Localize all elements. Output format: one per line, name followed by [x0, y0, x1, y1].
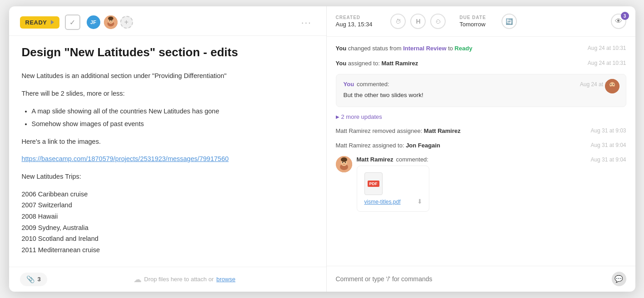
task-modal: READY ✓ JF: [9, 6, 635, 291]
cloud-icon: ☁: [133, 274, 142, 284]
svg-point-15: [344, 162, 345, 163]
status-from: Internal Review: [403, 45, 446, 52]
right-panel: CREATED Aug 13, 15:34 ⏱ H ⏲ DUE DATE Tom…: [327, 6, 635, 291]
task-content: Design "New Latitudes" section - edits N…: [9, 36, 326, 266]
left-header: READY ✓ JF: [9, 6, 326, 36]
send-icon: 💬: [615, 275, 623, 283]
matt-face-svg: [104, 15, 118, 29]
created-meta: CREATED Aug 13, 15:34: [336, 15, 373, 28]
comment-input[interactable]: [336, 275, 607, 283]
assignee-avatars: JF: [86, 15, 133, 30]
status-to: Ready: [455, 45, 472, 52]
header-icons: ⏱ H ⏲: [390, 14, 446, 29]
svg-point-16: [341, 157, 347, 162]
activity-text-3: Matt Ramirez removed assignee:: [336, 127, 424, 134]
check-button[interactable]: ✓: [65, 15, 80, 30]
commenter-avatar: [605, 79, 619, 93]
ready-button[interactable]: READY: [20, 16, 59, 29]
attachment-count: 3: [38, 276, 41, 283]
svg-point-10: [613, 84, 614, 85]
desc-bullets: A map slide showing all of the countries…: [22, 106, 314, 130]
activity-verb-1: changed status from: [348, 45, 403, 52]
comment-box-you: You commented: Aug 24 at 10:32 But the o…: [336, 74, 626, 107]
activity-ts-1: Aug 24 at 10:31: [588, 44, 626, 53]
desc-para-1: New Latitudes is an additional section u…: [22, 70, 314, 82]
activity-connector: to: [448, 45, 454, 52]
attachments-badge[interactable]: 📎 3: [20, 273, 47, 286]
avatar-jf[interactable]: JF: [86, 15, 101, 30]
more-updates-toggle[interactable]: ▶ 2 more updates: [336, 113, 626, 120]
pdf-icon: PDF: [364, 172, 383, 195]
desc-para-2: There will be 2 slides, more or less:: [22, 88, 314, 99]
activity-ts-4: Aug 31 at 9:04: [590, 141, 626, 150]
drop-label: Drop files here to attach or: [144, 276, 214, 283]
created-value: Aug 13, 15:34: [336, 21, 373, 28]
comment-verb: commented:: [357, 81, 389, 88]
comment-actor: You: [344, 81, 354, 88]
activity-actor-2: You: [336, 60, 347, 67]
desc-trips-heading: New Latitudes Trips:: [22, 171, 314, 182]
bullet-1: A map slide showing all of the countries…: [32, 106, 314, 117]
browse-link[interactable]: browse: [216, 276, 236, 283]
timer-icon[interactable]: ⏲: [430, 14, 446, 29]
svg-point-5: [108, 17, 113, 20]
removed-person: Matt Ramirez: [424, 127, 461, 134]
activity-ts-3: Aug 31 at 9:03: [590, 127, 626, 135]
commenter-face-svg: [605, 79, 619, 93]
matt-verb: commented:: [396, 156, 428, 163]
bullet-2: Somehow show images of past events: [32, 118, 314, 130]
avatar-matt[interactable]: [103, 15, 118, 30]
pdf-badge: PDF: [368, 181, 379, 187]
watchers-badge[interactable]: 👁 3: [611, 14, 626, 29]
created-label: CREATED: [336, 15, 373, 20]
header-icon-h[interactable]: H: [410, 14, 426, 29]
pdf-filename[interactable]: visme-titles.pdf: [364, 199, 422, 205]
matt-time: Aug 31 at 9:04: [590, 156, 626, 163]
due-value: Tomorrow: [459, 21, 486, 28]
activity-feed: Aug 24 at 10:31 You changed status from …: [327, 37, 635, 265]
assigned-person: Matt Ramirez: [381, 60, 418, 67]
comment-send-button[interactable]: 💬: [612, 272, 626, 286]
check-icon: ✓: [69, 18, 75, 27]
pdf-attachment-card[interactable]: PDF visme-titles.pdf ⬇: [357, 166, 429, 212]
activity-ts-2: Aug 24 at 10:31: [588, 59, 626, 68]
svg-point-3: [109, 20, 110, 21]
add-icon: +: [124, 18, 128, 26]
download-icon[interactable]: ⬇: [417, 198, 423, 205]
modal-body: READY ✓ JF: [9, 6, 635, 291]
matt-comment-row: Matt Ramirez commented: Aug 31 at 9:04 P…: [336, 156, 626, 212]
matt-comment-header: Matt Ramirez commented: Aug 31 at 9:04: [357, 156, 626, 163]
left-footer: 📎 3 ☁ Drop files here to attach or brows…: [9, 267, 326, 292]
comment-header: You commented: Aug 24 at 10:32: [344, 81, 619, 88]
desc-trips: 2006 Caribbean cruise 2007 Switzerland 2…: [22, 189, 314, 256]
due-date-icon[interactable]: 🔄: [501, 14, 517, 29]
assigned-jon: Jon Feagain: [406, 142, 440, 149]
activity-assign-jon: Aug 31 at 9:04 Matt Ramirez assigned to:…: [336, 141, 626, 151]
desc-link: https://basecamp.com/1870579/projects/25…: [22, 153, 314, 165]
matt-avatar: [336, 156, 352, 172]
matt-comment-body: Matt Ramirez commented: Aug 31 at 9:04 P…: [357, 156, 626, 212]
more-options-button[interactable]: ···: [298, 15, 315, 29]
right-header: CREATED Aug 13, 15:34 ⏱ H ⏲ DUE DATE Tom…: [327, 6, 635, 37]
clock-icon[interactable]: ⏱: [390, 14, 406, 29]
ready-label: READY: [25, 19, 47, 26]
activity-assigned: Aug 24 at 10:31 You assigned to: Matt Ra…: [336, 59, 626, 68]
due-date-meta: DUE DATE Tomorrow: [459, 15, 486, 28]
activity-text-4: Matt Ramirez assigned to:: [336, 142, 406, 149]
add-assignee-button[interactable]: +: [120, 16, 133, 29]
chevron-right-icon: ▶: [336, 114, 339, 119]
activity-verb-2: assigned to:: [348, 60, 382, 67]
basecamp-link[interactable]: https://basecamp.com/1870579/projects/25…: [22, 155, 229, 162]
right-footer: 💬: [327, 266, 635, 292]
svg-point-4: [111, 20, 112, 21]
svg-point-14: [342, 162, 343, 163]
activity-removed-assignee: Aug 31 at 9:03 Matt Ramirez removed assi…: [336, 127, 626, 136]
matt-name: Matt Ramirez: [357, 156, 393, 163]
comment-text: But the other two slides work!: [344, 90, 619, 100]
more-dots-icon: ···: [301, 17, 312, 27]
clip-icon: 📎: [26, 275, 35, 283]
svg-point-9: [610, 84, 611, 85]
activity-status-change: Aug 24 at 10:31 You changed status from …: [336, 44, 626, 54]
ready-arrow-icon: [51, 20, 54, 24]
desc-link-intro: Here's a link to the images.: [22, 136, 314, 147]
